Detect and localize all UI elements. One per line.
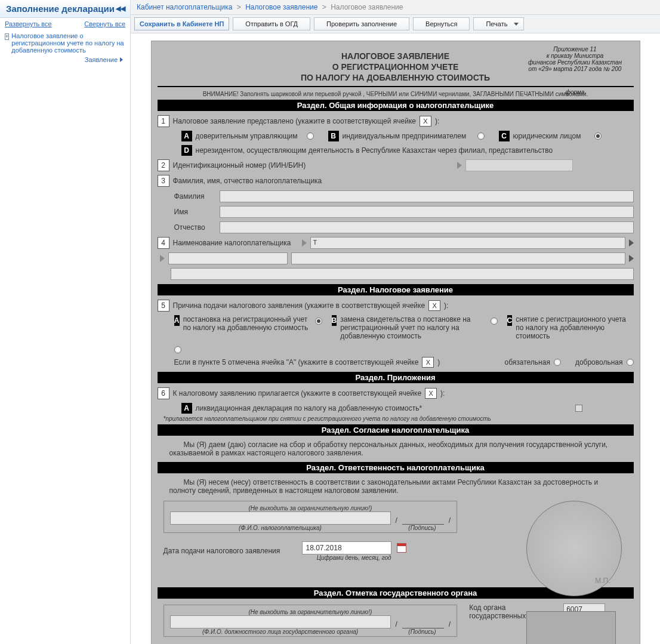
check-button[interactable]: Проверить заполнение: [314, 17, 409, 30]
radio-q1-b[interactable]: [477, 133, 485, 140]
signature-block-gov: (Не выходить за ограничительную линию!) …: [164, 605, 458, 637]
q5-vol: добровольная: [575, 358, 623, 366]
q6-close: ):: [440, 389, 445, 398]
firstname-input[interactable]: [220, 206, 634, 218]
letter-5b: B: [332, 315, 337, 326]
tree-expand-icon[interactable]: +: [5, 33, 9, 40]
resp-text: Мы (Я) несем (несу) ответственность в со…: [158, 476, 634, 497]
radio-q1-a[interactable]: [307, 133, 314, 140]
radio-q5-c[interactable]: [174, 346, 181, 353]
collapse-all-link[interactable]: Свернуть все: [84, 20, 125, 27]
q2-number: 2: [158, 159, 169, 171]
document: Приложение 11 к приказу Министра финансо…: [151, 41, 640, 644]
submit-date-label: Дата подачи налогового заявления: [164, 547, 295, 555]
tree-leaf-label: Заявление: [85, 56, 118, 63]
q4-row: 4 Наименование налогоплательщика Т: [158, 235, 634, 251]
sig-caption-2: (Подпись): [396, 628, 449, 635]
q6-number: 6: [158, 387, 169, 399]
stamp-circle: М.П.: [526, 501, 622, 596]
main: Кабинет налогоплательщика > Налоговое за…: [131, 0, 660, 644]
breadcrumb-application[interactable]: Налоговое заявление: [245, 3, 317, 11]
patronymic-input[interactable]: [220, 221, 634, 233]
send-button[interactable]: Отправить в ОГД: [233, 17, 310, 30]
signature-pad-2: [402, 615, 444, 628]
slash-1: /: [396, 516, 397, 525]
anno-forma: форма: [522, 89, 629, 95]
q1-row: 1 Налоговое заявление представлено (укаж…: [158, 113, 634, 129]
q3-row: 3 Фамилия, имя, отчество налогоплательщи…: [158, 173, 634, 189]
q5-close: ):: [444, 301, 448, 310]
expand-all-link[interactable]: Развернуть все: [5, 20, 52, 27]
submit-date-input[interactable]: 18.07.2018: [302, 541, 391, 554]
lastname-label: Фамилия: [174, 192, 216, 201]
boundary-hint-1: (Не выходить за ограничительную линию!): [170, 505, 451, 511]
iin-bin-input[interactable]: [465, 159, 573, 171]
q1-close: ):: [435, 117, 439, 125]
calendar-icon[interactable]: [397, 543, 406, 553]
q1-options-row2: D нерезидентом, осуществляющим деятельно…: [158, 143, 634, 158]
letter-d: D: [181, 145, 192, 156]
toolbar: Сохранить в Кабинете НП Отправить в ОГД …: [131, 15, 660, 33]
tree-root-node[interactable]: + Налоговое заявление о регистрационном …: [5, 32, 125, 54]
chevron-right-icon: [120, 57, 123, 62]
back-button[interactable]: Вернуться: [413, 17, 470, 30]
letter-c: C: [499, 131, 510, 141]
q6-row: 6 К налоговому заявлению прилагается (ук…: [158, 386, 634, 401]
q5-sub-text: Если в пункте 5 отмечена ячейка "А" (ука…: [174, 358, 419, 366]
q6-x: X: [425, 388, 437, 399]
submit-date-value: 18.07.2018: [306, 544, 342, 552]
q5-sub: Если в пункте 5 отмечена ячейка "А" (ука…: [158, 355, 634, 369]
q5-opt-b: замена свидетельства о постановке на рег…: [340, 315, 486, 340]
org-name-input-3[interactable]: [171, 268, 634, 280]
arrow-q4-2r: [629, 255, 634, 262]
stamp-square: М.Ш.: [526, 611, 616, 644]
breadcrumb-cabinet[interactable]: Кабинет налогоплательщика: [137, 3, 232, 11]
section-consent-head: Раздел. Согласие налогоплательщика: [158, 424, 634, 436]
gov-fio-input[interactable]: [170, 615, 391, 628]
q2-row: 2 Идентификационный номер (ИИН/БИН): [158, 158, 634, 173]
section-app-head: Раздел. Налоговое заявление: [158, 284, 634, 295]
q5-opt-a: постановка на регистрационный учет по на…: [183, 315, 312, 332]
annotation-block: Приложение 11 к приказу Министра финансо…: [522, 46, 629, 95]
radio-q1-c[interactable]: [594, 133, 602, 140]
tree-root-label: Налоговое заявление о регистрационном уч…: [11, 32, 125, 54]
q1-opt-c: юридическим лицом: [513, 132, 591, 140]
radio-q5-a[interactable]: [315, 318, 322, 325]
q5-text: Причина подачи налогового заявления (ука…: [173, 301, 425, 310]
fio-caption: (Ф.И.О. налогоплательщика): [170, 525, 391, 531]
radio-mandatory[interactable]: [554, 359, 561, 366]
q5-x: X: [428, 300, 440, 311]
sidebar-title: Заполнение декларации ◀◀: [0, 0, 130, 18]
arrow-q4-1r: [629, 239, 634, 246]
org-name-input-2b[interactable]: [291, 252, 625, 264]
org-name-input-1[interactable]: Т: [310, 237, 625, 249]
firstname-label: Имя: [174, 208, 216, 216]
section-resp-head: Раздел. Ответственность налогоплательщик…: [158, 462, 634, 473]
anno-l3: финансов Республики Казахстан: [522, 59, 629, 66]
letter-5c: C: [507, 315, 513, 326]
checkbox-q6-a[interactable]: [575, 405, 582, 412]
date-hint-1: Цифрами день, месяц, год: [302, 554, 406, 561]
q2-text: Идентификационный номер (ИИН/БИН): [173, 161, 454, 170]
fio-input[interactable]: [170, 511, 391, 525]
q6-text: К налоговому заявлению прилагается (укаж…: [173, 389, 422, 398]
breadcrumb-current: Налоговое заявление: [331, 3, 403, 11]
letter-5a: A: [174, 315, 180, 326]
q5-sub-close: ): [437, 358, 440, 366]
save-button[interactable]: Сохранить в Кабинете НП: [134, 17, 229, 30]
lastname-input[interactable]: [220, 190, 634, 202]
anno-l1: Приложение 11: [522, 46, 629, 53]
anno-l4: от «29» марта 2017 года № 200: [522, 66, 629, 72]
q4-number: 4: [158, 237, 169, 249]
collapse-sidebar-icon[interactable]: ◀◀: [116, 5, 125, 13]
q1-opt-d: нерезидентом, осуществляющим деятельност…: [196, 146, 553, 155]
print-button[interactable]: Печать: [473, 17, 523, 30]
radio-q5-b[interactable]: [491, 318, 498, 325]
q1-opt-b: индивидуальным предпринимателем: [343, 132, 474, 140]
radio-voluntary[interactable]: [627, 359, 634, 366]
org-name-input-2a[interactable]: [168, 252, 288, 264]
signature-pad-1: [402, 511, 444, 525]
tree-leaf-node[interactable]: Заявление: [5, 56, 125, 63]
letter-b: B: [328, 131, 339, 141]
q1-text: Налоговое заявление представлено (укажит…: [173, 117, 417, 125]
